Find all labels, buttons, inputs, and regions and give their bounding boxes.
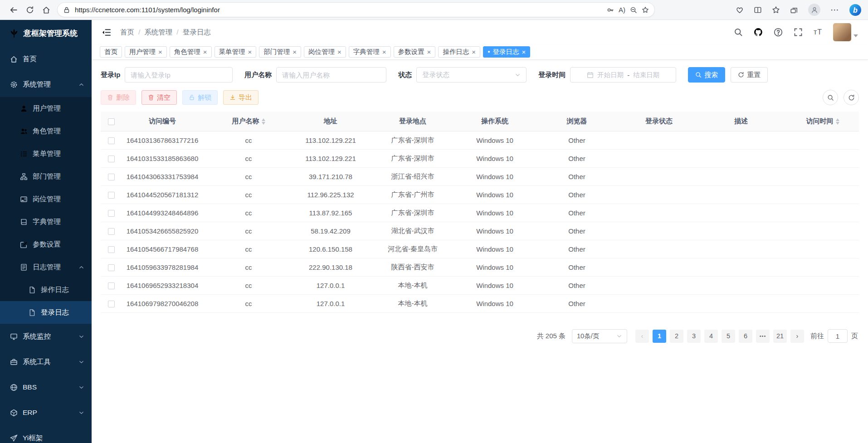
row-checkbox[interactable]: [108, 228, 115, 235]
page-button-3[interactable]: 3: [687, 330, 701, 343]
user-name-input[interactable]: [282, 71, 380, 79]
site-info-lock-icon[interactable]: [63, 6, 70, 14]
search-button[interactable]: 搜索: [688, 67, 725, 83]
more-options-icon[interactable]: ⋯: [830, 5, 839, 15]
help-question-icon[interactable]: [774, 28, 783, 37]
tab-user-management[interactable]: 用户管理×: [125, 46, 167, 58]
close-icon[interactable]: ×: [382, 49, 386, 55]
read-aloud-icon[interactable]: A): [619, 6, 625, 14]
tab-post-management[interactable]: 岗位管理×: [304, 46, 346, 58]
sidebar-item-home[interactable]: 首页: [0, 46, 92, 72]
close-icon[interactable]: ×: [203, 49, 207, 55]
sidebar-item-login-log[interactable]: 登录日志: [0, 301, 92, 324]
favorites-icon[interactable]: [772, 6, 780, 14]
toggle-search-button[interactable]: [823, 90, 838, 105]
tab-dict-management[interactable]: 字典管理×: [349, 46, 391, 58]
close-icon[interactable]: ×: [522, 49, 526, 55]
page-size-select[interactable]: 10条/页: [572, 329, 627, 343]
sidebar-item-parameter-settings[interactable]: 参数设置: [0, 233, 92, 256]
browser-essentials-icon[interactable]: [736, 6, 744, 14]
sidebar-item-erp[interactable]: ERP: [0, 400, 92, 425]
user-menu[interactable]: [833, 23, 858, 41]
url-text[interactable]: https://ccnetcore.com:1101/system/log/lo…: [75, 6, 602, 14]
row-checkbox[interactable]: [108, 156, 115, 162]
breadcrumb-item-home[interactable]: 首页: [120, 28, 134, 37]
close-icon[interactable]: ×: [293, 49, 297, 55]
sidebar-item-role-management[interactable]: 角色管理: [0, 120, 92, 142]
close-icon[interactable]: ×: [337, 49, 341, 55]
browser-refresh-button[interactable]: [22, 2, 38, 18]
unlock-button[interactable]: 解锁: [182, 90, 218, 105]
github-icon[interactable]: [754, 28, 763, 37]
login-ip-input[interactable]: [131, 71, 227, 79]
tab-menu-management[interactable]: 菜单管理×: [215, 46, 257, 58]
sidebar-item-menu-management[interactable]: 菜单管理: [0, 142, 92, 165]
add-favorite-star-icon[interactable]: [642, 6, 649, 14]
sort-control[interactable]: [262, 118, 265, 125]
status-select[interactable]: 登录状态: [416, 67, 527, 83]
address-bar[interactable]: https://ccnetcore.com:1101/system/log/lo…: [57, 2, 655, 17]
user-avatar[interactable]: [833, 23, 851, 41]
sort-control[interactable]: [836, 118, 839, 125]
page-button-4[interactable]: 4: [704, 330, 718, 343]
page-button-1[interactable]: 1: [653, 330, 666, 343]
font-size-icon[interactable]: тT: [814, 28, 822, 36]
search-icon[interactable]: [734, 28, 743, 37]
collections-icon[interactable]: [790, 6, 798, 14]
refresh-table-button[interactable]: [844, 90, 859, 105]
sidebar-item-system-monitor[interactable]: 系统监控: [0, 324, 92, 349]
sidebar-item-user-management[interactable]: 用户管理: [0, 97, 92, 120]
page-button-2[interactable]: 2: [670, 330, 683, 343]
breadcrumb-item-system[interactable]: 系统管理: [144, 28, 172, 37]
browser-home-button[interactable]: [38, 2, 54, 18]
browser-back-button[interactable]: [5, 2, 22, 18]
browser-profile-avatar[interactable]: [808, 4, 820, 16]
tab-department-management[interactable]: 部门管理×: [259, 46, 301, 58]
close-icon[interactable]: ×: [158, 49, 162, 55]
sidebar-item-post-management[interactable]: 岗位管理: [0, 188, 92, 210]
close-icon[interactable]: ×: [248, 49, 252, 55]
sidebar-item-department-management[interactable]: 部门管理: [0, 165, 92, 188]
export-button[interactable]: 导出: [223, 90, 258, 105]
sidebar-item-system-management[interactable]: 系统管理: [0, 72, 92, 97]
close-icon[interactable]: ×: [472, 49, 476, 55]
delete-button[interactable]: 删除: [101, 90, 136, 105]
app-logo[interactable]: 意框架管理系统: [0, 20, 92, 46]
more-pages-button[interactable]: •••: [756, 330, 770, 343]
tab-login-log[interactable]: ●登录日志×: [483, 46, 530, 58]
reset-button[interactable]: 重置: [731, 67, 768, 83]
row-checkbox[interactable]: [108, 192, 115, 199]
tab-parameter-settings[interactable]: 参数设置×: [394, 46, 436, 58]
fullscreen-icon[interactable]: [794, 28, 803, 37]
tab-role-management[interactable]: 角色管理×: [170, 46, 212, 58]
clear-button[interactable]: 清空: [141, 90, 177, 105]
row-checkbox[interactable]: [108, 174, 115, 180]
close-icon[interactable]: ×: [427, 49, 431, 55]
page-button-5[interactable]: 5: [722, 330, 735, 343]
sidebar-item-bbs[interactable]: BBS: [0, 375, 92, 400]
sidebar-item-yi-framework[interactable]: Yi框架: [0, 425, 92, 443]
sidebar-item-dict-management[interactable]: 字典管理: [0, 210, 92, 233]
row-checkbox[interactable]: [108, 246, 115, 253]
next-page-button[interactable]: ›: [790, 330, 804, 343]
page-button-21[interactable]: 21: [773, 330, 787, 343]
sidebar-fold-icon[interactable]: [102, 28, 111, 37]
row-checkbox[interactable]: [108, 137, 115, 144]
select-all-checkbox[interactable]: [108, 118, 115, 125]
password-key-icon[interactable]: [607, 6, 614, 14]
prev-page-button[interactable]: ‹: [635, 330, 649, 343]
tab-operation-log[interactable]: 操作日志×: [438, 46, 480, 58]
split-screen-icon[interactable]: [754, 6, 762, 14]
date-range-picker[interactable]: 开始日期 - 结束日期: [570, 67, 676, 83]
tab-home[interactable]: 首页: [100, 46, 122, 58]
goto-page-input[interactable]: [828, 329, 848, 343]
sidebar-item-log-management[interactable]: 日志管理: [0, 256, 92, 278]
page-button-6[interactable]: 6: [739, 330, 752, 343]
zoom-out-icon[interactable]: [630, 6, 637, 14]
sidebar-item-system-tools[interactable]: 系统工具: [0, 349, 92, 375]
row-checkbox[interactable]: [108, 282, 115, 289]
row-checkbox[interactable]: [108, 264, 115, 271]
row-checkbox[interactable]: [108, 210, 115, 217]
copilot-bing-icon[interactable]: b: [849, 4, 862, 16]
sidebar-item-operation-log[interactable]: 操作日志: [0, 278, 92, 301]
